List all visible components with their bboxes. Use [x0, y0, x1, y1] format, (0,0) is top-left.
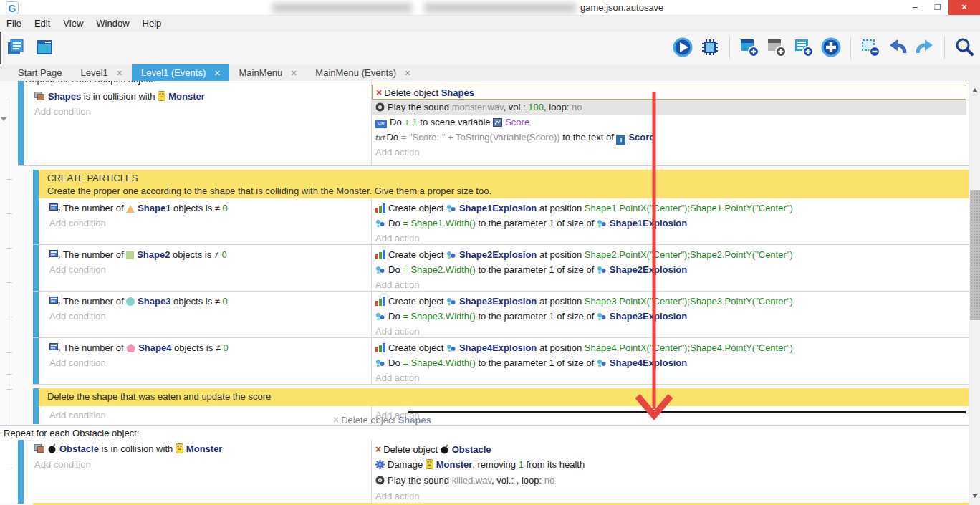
action-row[interactable]: Do = Shape1.Width() to the parameter 1 o…: [372, 216, 966, 231]
toolbar-scene-editor-button[interactable]: [33, 37, 56, 59]
ev-shape2[interactable]: ?The number of Shape2 objects is ≠ 0Add …: [33, 245, 969, 292]
menu-window[interactable]: Window: [90, 16, 135, 32]
add-condition[interactable]: Add condition: [47, 355, 371, 370]
condition-row[interactable]: ?The number of Shape3 objects is ≠ 0: [47, 294, 371, 309]
event-drag-bar[interactable]: [33, 338, 39, 384]
add-action[interactable]: Add action: [372, 231, 966, 246]
tab-close-icon[interactable]: ×: [291, 68, 297, 78]
ev-repeat-shapes[interactable]: Repeat for each Shapes object:Shapes is …: [18, 81, 969, 166]
action-row[interactable]: Play the sound monster.wav, vol.: 100, l…: [372, 100, 966, 115]
add-action[interactable]: Add action: [372, 370, 966, 385]
ev-empty[interactable]: Add conditionAdd action: [33, 406, 969, 424]
toolbar-project-manager-button[interactable]: [4, 37, 27, 59]
condition-row[interactable]: ?The number of Shape4 objects is ≠ 0: [47, 340, 371, 355]
add-action[interactable]: Add action: [372, 408, 966, 423]
action-row[interactable]: Play the sound killed.wav, vol.: , loop:…: [372, 473, 966, 489]
comment-block[interactable]: CREATE PARTICLESCreate the proper one ac…: [33, 170, 969, 198]
ev-obstacle[interactable]: Repeat for each Obstacle object:Obstacle…: [0, 425, 969, 503]
event-drag-bar[interactable]: [33, 292, 39, 337]
tab-level1[interactable]: Level1×: [71, 64, 132, 81]
toolbar-add-subevent-button[interactable]: [792, 37, 815, 59]
expression-value: = Shape2.Width(): [403, 264, 476, 275]
action-row[interactable]: Do = Shape4.Width() to the parameter 1 o…: [372, 355, 966, 370]
scrollbar-thumb[interactable]: [970, 190, 980, 320]
toolbar-search-button[interactable]: [953, 37, 976, 59]
scroll-up-icon[interactable]: [972, 85, 978, 92]
event-drag-bar[interactable]: [33, 198, 39, 244]
tab-close-icon[interactable]: ×: [214, 68, 220, 78]
sound-icon: [375, 102, 385, 112]
action-row[interactable]: Damage Monster, removing 1 from its heal…: [372, 457, 966, 473]
action-row[interactable]: Create object Shape2Explosion at positio…: [372, 247, 966, 262]
ev-shape1[interactable]: ?The number of Shape1 objects is ≠ 0Add …: [33, 198, 969, 245]
add-action[interactable]: Add action: [372, 145, 966, 160]
toolbar-undo-button[interactable]: [886, 37, 909, 59]
event-drag-bar[interactable]: [33, 245, 39, 291]
add-condition[interactable]: Add condition: [47, 408, 371, 423]
restore-button[interactable]: ❐: [927, 0, 948, 15]
add-condition[interactable]: Add condition: [47, 262, 371, 277]
text: Damage: [388, 459, 426, 470]
tab-start-page[interactable]: Start Page: [9, 64, 71, 81]
tab-close-icon[interactable]: ×: [117, 68, 123, 78]
event-drag-bar[interactable]: [33, 170, 39, 198]
condition-row[interactable]: Obstacle is in collision with Monster: [32, 441, 371, 457]
event-header[interactable]: Repeat for each Obstacle object:: [0, 426, 969, 440]
tab-level1-events-[interactable]: Level1 (Events)×: [132, 64, 230, 81]
text: to the parameter 1 of size of: [476, 218, 597, 229]
menu-bar: FileEditViewWindowHelp: [0, 16, 980, 32]
condition-row[interactable]: Shapes is in collision with Monster: [32, 89, 371, 104]
event-drag-bar[interactable]: [33, 406, 39, 424]
parameter-value: = "Score: " + ToString(Variable(Score)): [401, 132, 560, 143]
toolbar-delete-event-button[interactable]: [859, 37, 882, 59]
events-sheet[interactable]: Repeat for each Shapes object:Shapes is …: [0, 81, 969, 505]
toolbar-redo-button[interactable]: [913, 37, 936, 59]
add-condition[interactable]: Add condition: [47, 216, 371, 231]
tree-tick: [6, 317, 12, 317]
toolbar-play-button[interactable]: [671, 37, 694, 59]
add-condition[interactable]: Add condition: [32, 104, 371, 119]
toolbar-add-something-button[interactable]: [820, 37, 842, 59]
event-drag-bar[interactable]: [18, 81, 24, 165]
tab-mainmenu-events-[interactable]: MainMenu (Events)×: [306, 64, 420, 81]
action-row[interactable]: Create object Shape3Explosion at positio…: [372, 294, 966, 309]
minimize-button[interactable]: –: [904, 0, 926, 15]
scroll-down-icon[interactable]: [972, 494, 978, 501]
event-drag-bar[interactable]: [18, 440, 24, 504]
add-condition[interactable]: Add condition: [32, 457, 371, 473]
add-action[interactable]: Add action: [372, 277, 966, 292]
collapse-arrow-icon[interactable]: [0, 117, 7, 125]
action-row[interactable]: Do = Shape2.Width() to the parameter 1 o…: [372, 262, 966, 277]
action-row[interactable]: VarDo + 1 to scene variable Score: [372, 115, 966, 130]
action-row[interactable]: ×Delete object Obstacle: [372, 441, 966, 457]
add-action[interactable]: Add action: [372, 489, 966, 504]
action-row[interactable]: ×Delete object Shapes: [372, 85, 966, 100]
add-condition[interactable]: Add condition: [47, 309, 371, 324]
text: objects is ≠: [170, 296, 222, 307]
menu-help[interactable]: Help: [136, 16, 168, 32]
event-drag-bar[interactable]: [33, 388, 39, 406]
menu-file[interactable]: File: [0, 16, 28, 32]
object-name: Shapes: [398, 415, 431, 425]
condition-row[interactable]: ?The number of Shape1 objects is ≠ 0: [47, 201, 371, 216]
action-row[interactable]: Create object Shape1Explosion at positio…: [372, 201, 966, 216]
toolbar-add-comment-button[interactable]: [765, 37, 788, 59]
comment-block[interactable]: Delete the shape that was eaten and upda…: [33, 388, 969, 406]
toolbar-debug-button[interactable]: [698, 37, 721, 59]
text: Create object: [388, 342, 446, 353]
text: The number of: [63, 296, 126, 307]
add-action[interactable]: Add action: [372, 324, 966, 339]
menu-view[interactable]: View: [57, 16, 90, 32]
ev-shape3[interactable]: ?The number of Shape3 objects is ≠ 0Add …: [33, 292, 969, 338]
toolbar-add-event-button[interactable]: [738, 37, 761, 59]
menu-edit[interactable]: Edit: [28, 16, 57, 32]
action-row[interactable]: txtDo = "Score: " + ToString(Variable(Sc…: [372, 130, 966, 145]
close-button[interactable]: ×: [948, 0, 980, 15]
ev-shape4[interactable]: ?The number of Shape4 objects is ≠ 0Add …: [33, 338, 969, 385]
action-row[interactable]: Do = Shape3.Width() to the parameter 1 o…: [372, 309, 966, 324]
tab-close-icon[interactable]: ×: [405, 68, 410, 78]
action-row[interactable]: Create object Shape4Explosion at positio…: [372, 340, 966, 355]
condition-row[interactable]: ?The number of Shape2 objects is ≠ 0: [47, 247, 371, 262]
vertical-scrollbar[interactable]: [969, 81, 980, 505]
tab-mainmenu[interactable]: MainMenu×: [229, 64, 306, 81]
